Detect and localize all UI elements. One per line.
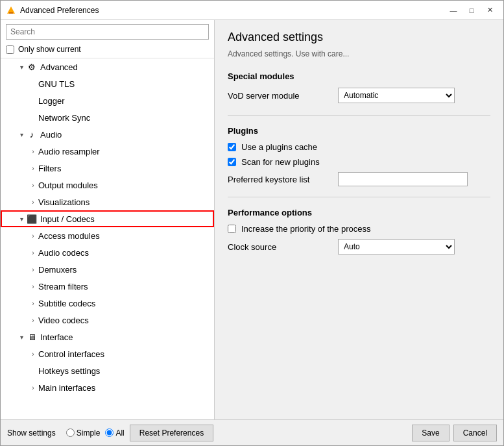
tree-item-advanced[interactable]: ▾ ⚙ Advanced [1,58,214,75]
radio-simple-label: Simple [77,428,101,438]
keystore-label: Preferred keystore list [228,175,331,184]
tree-label-video-codecs: Video codecs [38,316,89,325]
expand-arrow-audio-resampler: › [28,148,38,155]
tree-item-interface[interactable]: ▾ 🖥 Interface [1,328,214,345]
maximize-button[interactable]: □ [463,4,480,17]
right-panel: Advanced settings Advanced settings. Use… [215,20,503,419]
bottom-bar: Show settings Simple All Reset Preferenc… [1,419,503,445]
radio-all: All [105,428,124,438]
minimize-button[interactable]: — [445,4,462,17]
only-current-label: Only show current [18,45,81,54]
priority-row: Increase the priority of the process [228,224,490,234]
close-button[interactable]: ✕ [481,4,498,17]
plugins-cache-row: Use a plugins cache [228,142,490,152]
radio-simple: Simple [66,428,101,438]
scan-plugins-label: Scan for new plugins [241,157,320,167]
separator-1 [228,115,490,116]
scan-plugins-checkbox[interactable] [228,158,236,166]
tree-item-input-codecs[interactable]: ▾ ⬛ Input / Codecs [1,210,214,227]
window-title: Advanced Preferences [20,6,445,15]
tree-label-network-sync: Network Sync [38,113,90,123]
expand-arrow-video-codecs: › [28,317,38,324]
window-controls: — □ ✕ [445,4,498,17]
tree-area: ▾ ⚙ Advanced GNU TLS Logger Network Sync [1,58,214,419]
bottom-right: Save Cancel [412,425,497,441]
keystore-input[interactable] [338,172,468,186]
expand-arrow-demuxers: › [28,266,38,273]
expand-arrow-audio: ▾ [16,131,27,138]
tree-label-hotkeys-settings: Hotkeys settings [38,366,100,376]
main-content: Only show current ▾ ⚙ Advanced GNU TLS L… [1,20,503,419]
section-title-performance: Performance options [228,208,490,217]
tree-item-video-codecs[interactable]: › Video codecs [1,312,214,328]
tree-label-audio-resampler: Audio resampler [38,147,100,156]
clock-source-dropdown[interactable]: Auto [338,239,455,254]
tree-item-hotkeys-settings[interactable]: Hotkeys settings [1,362,214,379]
gear-icon: ⚙ [27,62,37,72]
tree-item-demuxers[interactable]: › Demuxers [1,261,214,278]
vod-server-label: VoD server module [228,91,331,101]
tree-item-gnu-tls[interactable]: GNU TLS [1,75,214,92]
expand-arrow-control-interfaces: › [28,351,38,358]
priority-label: Increase the priority of the process [241,224,370,234]
tree-label-main-interfaces: Main interfaces [38,383,95,393]
expand-arrow-subtitle-codecs: › [28,300,38,307]
right-panel-subtitle: Advanced settings. Use with care... [228,49,490,58]
keystore-row: Preferred keystore list [228,172,490,186]
tree-label-interface: Interface [40,332,73,342]
tree-label-audio-codecs: Audio codecs [38,248,89,258]
tree-item-access-modules[interactable]: › Access modules [1,227,214,244]
tree-label-control-interfaces: Control interfaces [38,349,104,359]
audio-icon: ♪ [27,129,37,140]
plugins-cache-label: Use a plugins cache [241,142,317,152]
tree-item-output-modules[interactable]: › Output modules [1,177,214,193]
radio-simple-input[interactable] [66,428,75,437]
separator-2 [228,197,490,197]
tree-item-control-interfaces[interactable]: › Control interfaces [1,345,214,362]
only-current-checkbox[interactable] [6,45,14,54]
tree-item-audio-resampler[interactable]: › Audio resampler [1,143,214,160]
tree-item-network-sync[interactable]: Network Sync [1,109,214,126]
expand-arrow-advanced: ▾ [16,64,27,71]
expand-arrow-interface: ▾ [16,334,27,341]
tree-item-subtitle-codecs[interactable]: › Subtitle codecs [1,295,214,312]
tree-label-access-modules: Access modules [38,231,100,241]
svg-rect-1 [9,12,13,14]
tree-item-audio[interactable]: ▾ ♪ Audio [1,126,214,143]
expand-arrow-filters: › [28,165,38,172]
radio-group: Simple All [66,428,125,438]
expand-arrow-input-codecs: ▾ [16,216,27,223]
plugins-cache-checkbox[interactable] [228,143,236,151]
search-box [6,24,209,40]
search-input[interactable] [6,24,209,40]
scan-plugins-row: Scan for new plugins [228,157,490,167]
tree-label-logger: Logger [38,96,64,106]
tree-item-logger[interactable]: Logger [1,92,214,109]
interface-icon: 🖥 [27,332,37,342]
tree-label-output-modules: Output modules [38,180,98,190]
tree-label-advanced: Advanced [40,62,78,72]
clock-source-row: Clock source Auto [228,239,490,254]
left-panel: Only show current ▾ ⚙ Advanced GNU TLS L… [1,20,215,419]
tree-item-audio-codecs[interactable]: › Audio codecs [1,244,214,261]
reset-preferences-button[interactable]: Reset Preferences [130,425,213,441]
tree-item-filters[interactable]: › Filters [1,160,214,177]
clock-source-label: Clock source [228,242,331,252]
radio-all-input[interactable] [105,428,114,437]
priority-checkbox[interactable] [228,225,236,233]
show-settings-label: Show settings [7,428,56,438]
tree-item-main-interfaces[interactable]: › Main interfaces [1,379,214,396]
tree-label-stream-filters: Stream filters [38,282,88,291]
cancel-button[interactable]: Cancel [453,425,497,441]
right-panel-heading: Advanced settings [228,31,490,44]
section-title-special-modules: Special modules [228,71,490,81]
section-title-plugins: Plugins [228,126,490,136]
tree-item-stream-filters[interactable]: › Stream filters [1,278,214,295]
only-current-row: Only show current [1,43,214,58]
expand-arrow-stream-filters: › [28,283,38,290]
tree-label-filters: Filters [38,164,61,173]
vod-server-dropdown[interactable]: Automatic [338,88,455,103]
main-window: Advanced Preferences — □ ✕ Only show cur… [0,0,504,446]
tree-item-visualizations[interactable]: › Visualizations [1,193,214,210]
save-button[interactable]: Save [412,425,449,441]
